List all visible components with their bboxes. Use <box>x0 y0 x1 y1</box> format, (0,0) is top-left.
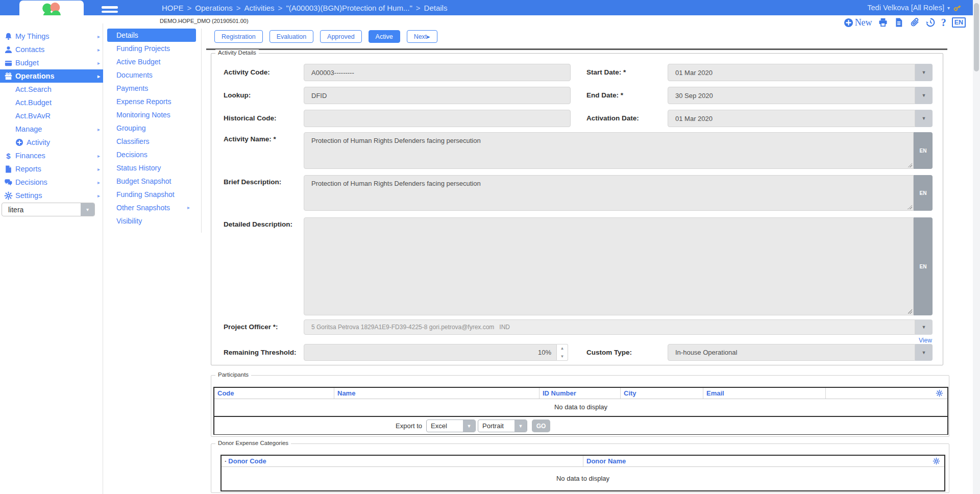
submenu-item-decisions[interactable]: Decisions <box>103 148 201 161</box>
document-icon[interactable] <box>894 17 904 28</box>
history-icon[interactable] <box>925 17 936 28</box>
submenu-item-expense-reports[interactable]: Expense Reports <box>103 95 201 108</box>
submenu-item-funding-projects[interactable]: Funding Projects <box>103 42 201 55</box>
custom-type-dropdown-button[interactable]: ▼ <box>915 344 933 361</box>
activity-name-lang-tab[interactable]: EN <box>914 132 933 169</box>
start-date-dropdown-button[interactable]: ▼ <box>915 64 933 81</box>
activity-code-input[interactable]: A00003--------- <box>304 64 571 81</box>
gear-icon[interactable] <box>933 457 940 465</box>
sidebar-item-settings[interactable]: Settings ▸ <box>0 189 103 202</box>
scrollbar-thumb[interactable] <box>974 3 979 71</box>
export-go-button[interactable]: GO <box>532 419 550 432</box>
print-icon[interactable] <box>878 17 888 28</box>
submenu-item-budget-snapshot[interactable]: Budget Snapshot <box>103 175 201 188</box>
column-header-name[interactable]: Name <box>334 388 540 399</box>
gear-icon <box>4 191 13 200</box>
project-officer-dropdown-button[interactable]: ▼ <box>915 319 933 335</box>
breadcrumb-operations[interactable]: Operations <box>195 4 232 12</box>
participants-table-header: Code Name ID Number City Email <box>214 388 947 399</box>
sidebar-item-my-things[interactable]: My Things ▸ <box>0 30 103 43</box>
resize-handle[interactable] <box>908 309 912 314</box>
sidebar-search: ▾ <box>2 203 95 216</box>
tab-registration[interactable]: Registration <box>214 30 263 43</box>
breadcrumb-activity-title[interactable]: "(A00003)(BGN)Protection of Hum..." <box>286 4 412 12</box>
donor-categories-table: ·Donor Code Donor Name No data to displa <box>220 455 945 491</box>
sidebar-item-act-budget[interactable]: Act.Budget <box>0 96 103 109</box>
end-date-dropdown-button[interactable]: ▼ <box>915 87 933 104</box>
column-header-city[interactable]: City <box>621 388 703 399</box>
tab-active[interactable]: Active <box>369 30 400 43</box>
breadcrumb-activities[interactable]: Activities <box>244 4 274 12</box>
attachment-icon[interactable] <box>910 17 920 28</box>
export-format-select[interactable]: Excel ▼ <box>426 419 476 432</box>
activation-date-dropdown-button[interactable]: ▼ <box>915 110 933 127</box>
tab-next[interactable]: Next▸ <box>407 30 437 43</box>
submenu-item-status-history[interactable]: Status History <box>103 161 201 175</box>
custom-type-input[interactable]: In-house Operational <box>668 344 915 361</box>
submenu-item-funding-snapshot[interactable]: Funding Snapshot <box>103 188 201 201</box>
column-header-id-number[interactable]: ID Number <box>540 388 621 399</box>
breadcrumb-details[interactable]: Details <box>424 4 448 12</box>
submenu-item-payments[interactable]: Payments <box>103 82 201 95</box>
page-scrollbar[interactable] <box>973 0 980 494</box>
submenu-item-grouping[interactable]: Grouping <box>103 121 201 135</box>
tab-evaluation[interactable]: Evaluation <box>270 30 313 43</box>
submenu-item-other-snapshots[interactable]: Other Snapshots ▸ <box>103 201 201 214</box>
sidebar-item-contacts[interactable]: Contacts ▸ <box>0 43 103 56</box>
submenu-item-classifiers[interactable]: Classifiers <box>103 135 201 148</box>
activity-submenu: Details Funding Projects Active Budget D… <box>103 29 202 233</box>
resize-handle[interactable] <box>908 163 912 167</box>
sidebar-item-act-bvavr[interactable]: Act.BvAvR <box>0 109 103 122</box>
project-officer-view-link[interactable]: View <box>919 337 932 344</box>
export-orientation-value: Portrait <box>478 420 514 432</box>
chevron-right-icon: ▸ <box>97 180 100 185</box>
lookup-input[interactable]: DFID <box>304 87 571 104</box>
column-header-code[interactable]: Code <box>214 388 334 399</box>
detailed-description-lang-tab[interactable]: EN <box>914 217 933 315</box>
sidebar-item-act-search[interactable]: Act.Search <box>0 83 103 96</box>
help-icon[interactable]: ? <box>941 17 946 29</box>
sidebar-item-operations[interactable]: Operations ▸ <box>0 69 103 83</box>
sidebar-search-input[interactable] <box>2 203 81 216</box>
sidebar-item-finances[interactable]: $ Finances ▸ <box>0 149 103 162</box>
column-header-email[interactable]: Email <box>703 388 826 399</box>
sidebar-item-decisions[interactable]: Decisions ▸ <box>0 176 103 189</box>
end-date-input[interactable]: 30 Sep 2020 <box>668 87 915 104</box>
tab-approved[interactable]: Approved <box>320 30 362 43</box>
historical-code-input[interactable] <box>304 110 571 127</box>
participants-empty-message: No data to display <box>214 399 947 415</box>
new-button[interactable]: New <box>844 17 872 28</box>
submenu-item-details[interactable]: Details <box>107 29 196 42</box>
project-officer-input[interactable]: 5 Goritsa Petrova 1829A1E9-FD39-4225-8 g… <box>304 319 915 335</box>
brief-description-textarea[interactable]: Protection of Human Rights Defenders fac… <box>304 175 914 211</box>
sidebar-item-reports[interactable]: Reports ▸ <box>0 162 103 176</box>
key-icon[interactable] <box>953 4 962 12</box>
submenu-item-monitoring-notes[interactable]: Monitoring Notes <box>103 108 201 121</box>
language-button[interactable]: EN <box>952 17 966 28</box>
column-header-donor-code[interactable]: ·Donor Code <box>222 456 583 466</box>
breadcrumb-hope[interactable]: HOPE <box>162 4 184 12</box>
search-dropdown-button[interactable]: ▾ <box>81 203 94 216</box>
activity-name-textarea[interactable]: Protection of Human Rights Defenders fac… <box>304 132 914 169</box>
export-orientation-select[interactable]: Portrait ▼ <box>478 419 527 432</box>
column-header-donor-name[interactable]: Donor Name <box>583 456 944 466</box>
chevron-right-icon: ▸ <box>97 73 100 79</box>
submenu-item-active-budget[interactable]: Active Budget <box>103 55 201 68</box>
dropdown-button[interactable]: ▼ <box>463 420 475 432</box>
panel-top-border <box>206 48 947 50</box>
activation-date-input[interactable]: 01 Mar 2020 <box>668 110 915 127</box>
dropdown-button[interactable]: ▼ <box>514 420 527 432</box>
detailed-description-textarea[interactable] <box>304 217 914 315</box>
sidebar-item-budget[interactable]: Budget ▸ <box>0 56 103 69</box>
remaining-threshold-input[interactable]: 10% <box>304 344 557 361</box>
gear-icon[interactable] <box>936 389 943 397</box>
remaining-threshold-spinner[interactable]: ▲▼ <box>557 344 568 361</box>
submenu-item-visibility[interactable]: Visibility <box>103 214 201 228</box>
submenu-item-documents[interactable]: Documents <box>103 68 201 82</box>
brief-description-lang-tab[interactable]: EN <box>914 175 933 211</box>
sidebar-item-manage[interactable]: Manage ▸ <box>0 122 103 136</box>
resize-handle[interactable] <box>908 205 912 209</box>
sidebar-item-add-activity[interactable]: Activity <box>0 136 103 149</box>
start-date-input[interactable]: 01 Mar 2020 <box>668 64 915 81</box>
user-menu[interactable]: Tedi Velkova [All Roles] ▾ <box>867 0 962 15</box>
